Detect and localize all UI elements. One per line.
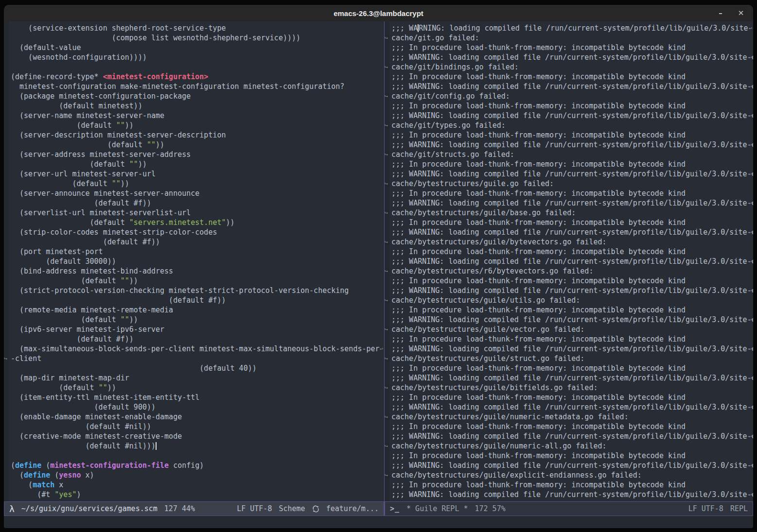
line-wrap-left-icon: ↪ xyxy=(385,237,388,247)
code-line: (default #f)) xyxy=(4,295,384,305)
repl-line: ↪cache/bytestructures/guile/vector.go fa… xyxy=(385,325,753,334)
code-line: (max-simultaneous-block-sends-per-client… xyxy=(4,344,384,354)
code-line: (define (minetest-configuration-file con… xyxy=(4,461,384,470)
window-title: emacs-26.3@lambdacrypt xyxy=(334,9,423,17)
code-line: (default minetest)) xyxy=(4,101,384,111)
repl-line: ↪cache/bytestructures/guile/explicit-end… xyxy=(385,470,753,480)
repl-line: ↪cache/git/config.go failed: xyxy=(385,91,753,101)
emacs-window: emacs-26.3@lambdacrypt – ✕ (service-exte… xyxy=(4,5,753,528)
repl-line: ;;; In procedure load-thunk-from-memory:… xyxy=(385,393,753,402)
line-wrap-left-icon: ↪ xyxy=(385,266,388,276)
repl-line: ;;; In procedure load-thunk-from-memory:… xyxy=(385,480,753,490)
repl-line: ;;; WARNING: loading compiled file /run/… xyxy=(385,111,753,120)
code-line: (server-name minetest-server-name xyxy=(4,111,384,120)
line-wrap-right-icon: ↩ xyxy=(749,198,752,208)
repl-line: ;;; WARNING: loading compiled file /run/… xyxy=(385,344,753,354)
line-wrap-right-icon: ↩ xyxy=(749,315,752,325)
repl-lines: ;;; WARNING: loading compiled file /run/… xyxy=(385,21,753,499)
line-wrap-right-icon: ↩ xyxy=(749,431,752,441)
minimize-icon[interactable]: – xyxy=(716,9,725,17)
code-line: (default "")) xyxy=(4,120,384,130)
repl-line: ↪cache/bytestructures/guile/bytevectors.… xyxy=(385,237,753,247)
repl-line: ;;; WARNING: loading compiled file /run/… xyxy=(385,286,753,295)
line-wrap-left-icon: ↪ xyxy=(385,91,388,101)
code-line: (default #f)) xyxy=(4,334,384,344)
repl-line: ;;; WARNING: loading compiled file /run/… xyxy=(385,23,753,33)
terminal-icon: >_ xyxy=(390,504,400,513)
line-wrap-right-icon: ↩ xyxy=(749,23,752,33)
line-wrap-right-icon: ↩ xyxy=(749,286,752,295)
repl-line: ↪cache/bytestructures/guile/struct.go fa… xyxy=(385,354,753,363)
line-wrap-right-icon: ↩ xyxy=(749,140,752,150)
line-wrap-right-icon: ↩ xyxy=(749,402,752,412)
source-modeline[interactable]: λ ~/s/guix/gnu/services/games.scm 127 44… xyxy=(4,501,384,516)
code-line: (default "")) xyxy=(4,140,384,150)
code-line: (default 900)) xyxy=(4,402,384,412)
code-line: (remote-media minetest-remote-media xyxy=(4,305,384,315)
repl-line: ;;; WARNING: loading compiled file /run/… xyxy=(385,461,753,470)
major-mode[interactable]: Scheme xyxy=(279,504,305,513)
line-wrap-left-icon: ↪ xyxy=(385,120,388,130)
repl-line: ;;; In procedure load-thunk-from-memory:… xyxy=(385,218,753,227)
repl-line: ;;; WARNING: loading compiled file /run/… xyxy=(385,490,753,499)
line-wrap-right-icon: ↩ xyxy=(749,490,752,499)
code-line: (default #nil)) xyxy=(4,422,384,431)
repl-line: ↪cache/git/bindings.go failed: xyxy=(385,62,753,72)
code-line: (#t "yes") xyxy=(4,490,384,499)
line-wrap-left-icon: ↪ xyxy=(385,354,388,363)
repl-line: ;;; In procedure load-thunk-from-memory:… xyxy=(385,276,753,286)
echo-area[interactable]: Mark set xyxy=(4,516,753,528)
repl-line: ↪cache/bytestructures/guile/numeric-all.… xyxy=(385,441,753,451)
repl-line: ;;; In procedure load-thunk-from-memory:… xyxy=(385,247,753,257)
close-icon[interactable]: ✕ xyxy=(737,9,745,17)
code-line: (default "")) xyxy=(4,159,384,169)
line-wrap-left-icon: ↪ xyxy=(385,412,388,422)
line-wrap-right-icon: ↩ xyxy=(749,461,752,470)
repl-line: ↪cache/bytestructures/guile/utils.go fai… xyxy=(385,295,753,305)
code-line: (default 30000)) xyxy=(4,257,384,266)
buffer-path: ~/s/guix/gnu/services/games.scm xyxy=(21,504,158,513)
code-line: (default "")) xyxy=(4,179,384,189)
repl-line: ;;; WARNING: loading compiled file /run/… xyxy=(385,257,753,266)
repl-buffer[interactable]: ;;; WARNING: loading compiled file /run/… xyxy=(385,21,753,501)
code-line: (strip-color-codes minetest-strip-color-… xyxy=(4,227,384,237)
code-line: (default #f)) xyxy=(4,237,384,247)
repl-line: ;;; WARNING: loading compiled file /run/… xyxy=(385,52,753,62)
repl-line: ;;; WARNING: loading compiled file /run/… xyxy=(385,402,753,412)
git-branch[interactable]: feature/m... xyxy=(326,504,379,513)
repl-line: ↪cache/git/structs.go failed: xyxy=(385,150,753,159)
code-line: (strict-protocol-version-checking minete… xyxy=(4,286,384,295)
repl-line: ↪cache/git/types.go failed: xyxy=(385,120,753,130)
line-wrap-left-icon: ↪ xyxy=(385,33,388,43)
source-buffer[interactable]: (service-extension shepherd-root-service… xyxy=(4,21,384,501)
repl-line: ;;; WARNING: loading compiled file /run/… xyxy=(385,82,753,91)
eol-encoding: LF UTF-8 xyxy=(237,504,272,513)
buffer-position: 172 57% xyxy=(475,504,506,513)
code-line: (item-entity-ttl minetest-item-entity-tt… xyxy=(4,393,384,402)
line-wrap-left-icon: ↪ xyxy=(385,62,388,72)
repl-line: ;;; In procedure load-thunk-from-memory:… xyxy=(385,363,753,373)
code-line: (server-address minetest-server-address xyxy=(4,150,384,159)
code-line: (server-url minetest-server-url xyxy=(4,169,384,179)
buffer-position: 127 44% xyxy=(164,504,195,513)
code-line: (bind-address minetest-bind-address xyxy=(4,266,384,276)
major-mode[interactable]: REPL xyxy=(730,504,748,513)
repl-modeline[interactable]: >_ * Guile REPL * 172 57% LF UTF-8 REPL xyxy=(385,501,753,516)
line-wrap-left-icon: ↪ xyxy=(385,179,388,189)
code-line: (define-record-type* <minetest-configura… xyxy=(4,72,384,82)
source-pane: (service-extension shepherd-root-service… xyxy=(4,21,385,516)
line-wrap-left-icon: ↪ xyxy=(385,295,388,305)
editor-content: (service-extension shepherd-root-service… xyxy=(4,21,753,516)
line-wrap-left-icon: ↪ xyxy=(385,208,388,218)
code-line: (server-announce minetest-server-announc… xyxy=(4,189,384,198)
repl-line: ↪cache/bytestructures/guile/bitfields.go… xyxy=(385,383,753,393)
code-line: (server-description minetest-server-desc… xyxy=(4,130,384,140)
titlebar[interactable]: emacs-26.3@lambdacrypt – ✕ xyxy=(4,5,753,21)
code-line: (default "")) xyxy=(4,315,384,325)
line-wrap-right-icon: ↩ xyxy=(749,52,752,62)
repl-line: ↪cache/bytestructures/guile/numeric-meta… xyxy=(385,412,753,422)
repl-line: ;;; In procedure load-thunk-from-memory:… xyxy=(385,334,753,344)
code-line xyxy=(4,451,384,461)
repl-line: ;;; WARNING: loading compiled file /run/… xyxy=(385,227,753,237)
line-wrap-right-icon: ↩ xyxy=(380,344,383,354)
